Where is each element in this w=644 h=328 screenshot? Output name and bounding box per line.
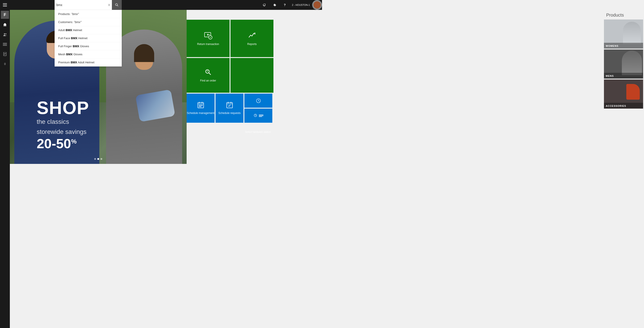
dropdown-products-category[interactable]: Products: "bmx" bbox=[54, 10, 122, 18]
find-order-tile[interactable]: Find an order bbox=[186, 58, 230, 93]
select-hardware-station-tile-top[interactable] bbox=[244, 94, 272, 108]
svg-line-14 bbox=[209, 73, 211, 75]
clock-list-icon bbox=[254, 114, 258, 118]
topbar-right: ? 2 - HOUSTON-1 bbox=[259, 0, 322, 10]
user-avatar[interactable] bbox=[312, 0, 322, 10]
sidebar-item-menu[interactable] bbox=[0, 39, 10, 49]
calendar-check-icon bbox=[226, 101, 233, 109]
schedule-management-icon bbox=[197, 101, 204, 110]
topbar: ✕ ? 2 - HOUSTON-1 bbox=[0, 0, 322, 10]
schedule-management-tile[interactable]: Schedule management bbox=[186, 94, 214, 123]
menu-icon bbox=[3, 43, 7, 46]
select-hardware-station-tile-bottom[interactable] bbox=[244, 109, 272, 123]
tiles-row-1b: Find an order bbox=[186, 58, 274, 93]
hero-carousel-dots bbox=[94, 158, 102, 160]
return-transaction-icon bbox=[204, 31, 212, 41]
dropdown-products-value: "bmx" bbox=[72, 12, 79, 16]
sidebar-item-home[interactable] bbox=[0, 20, 10, 30]
svg-rect-5 bbox=[3, 44, 7, 45]
search-icon bbox=[115, 3, 118, 7]
tiles-row-1: Return transaction Reports bbox=[186, 20, 274, 57]
sidebar-item-cart[interactable]: 0 bbox=[0, 59, 10, 69]
dropdown-item-1[interactable]: Adult BMX Helmet bbox=[54, 26, 122, 34]
svg-rect-24 bbox=[200, 106, 201, 107]
hardware-station-container bbox=[244, 94, 272, 123]
svg-point-2 bbox=[4, 33, 5, 35]
svg-rect-20 bbox=[199, 105, 200, 106]
sidebar-item-orders[interactable] bbox=[0, 49, 10, 59]
help-icon: ? bbox=[284, 3, 286, 7]
search-dropdown: Products: "bmx" Customers: "bmx" Adult B… bbox=[54, 10, 122, 67]
home-icon bbox=[3, 23, 7, 27]
dropdown-item-3[interactable]: Full Finger BMX Gloves bbox=[54, 42, 122, 50]
menu-button[interactable] bbox=[0, 0, 10, 10]
schedule-requests-icon bbox=[226, 101, 233, 110]
search-container: ✕ bbox=[54, 0, 122, 10]
settings-button[interactable] bbox=[270, 0, 280, 10]
chart-icon bbox=[248, 31, 256, 40]
svg-point-15 bbox=[207, 70, 208, 72]
help-button[interactable]: ? bbox=[280, 0, 290, 10]
refresh-icon bbox=[262, 3, 266, 7]
reports-tile[interactable]: Reports bbox=[230, 20, 274, 57]
svg-point-0 bbox=[116, 4, 118, 6]
hero-tagline2: storewide savings bbox=[37, 127, 89, 137]
find-order-icon bbox=[204, 68, 212, 78]
carousel-dot-1[interactable] bbox=[94, 158, 96, 160]
schedule-management-label: Schedule management bbox=[187, 112, 214, 115]
dropdown-customers-label: Customers: bbox=[58, 20, 74, 24]
hero-tagline1: the classics bbox=[37, 117, 89, 127]
hamburger-icon bbox=[3, 3, 7, 7]
dropdown-item-2[interactable]: Full Face BMX Helmet bbox=[54, 34, 122, 42]
hero-discount: 20-50% bbox=[37, 137, 89, 150]
store-label: 2 - HOUSTON-1 bbox=[290, 4, 312, 6]
dropdown-customers-value: "bmx" bbox=[74, 20, 82, 24]
svg-rect-25 bbox=[227, 103, 232, 108]
svg-line-31 bbox=[258, 101, 259, 101]
return-transaction-label: Return transaction bbox=[197, 43, 219, 46]
dropdown-item-4[interactable]: Mesh BMX Gloves bbox=[54, 50, 122, 59]
cart-count: 0 bbox=[4, 63, 6, 66]
customers-icon bbox=[3, 33, 7, 37]
svg-line-34 bbox=[255, 115, 256, 116]
carousel-dot-3[interactable] bbox=[100, 158, 102, 160]
svg-rect-21 bbox=[200, 105, 201, 106]
find-order-label: Find an order bbox=[200, 79, 216, 83]
gear-icon bbox=[273, 3, 276, 7]
svg-rect-23 bbox=[199, 106, 200, 107]
tiles-row-2: Schedule management Schedule requests bbox=[186, 94, 274, 123]
search-submit-button[interactable] bbox=[112, 0, 122, 10]
svg-line-1 bbox=[117, 5, 118, 6]
carousel-dot-2[interactable] bbox=[97, 158, 99, 160]
search-input[interactable] bbox=[54, 0, 106, 10]
clock-icon bbox=[256, 98, 261, 103]
dropdown-item-5[interactable]: Premium BMX Adult Helmet bbox=[54, 59, 122, 67]
reports-label: Reports bbox=[247, 43, 257, 46]
refresh-button[interactable] bbox=[259, 0, 269, 10]
empty-green-tile[interactable] bbox=[230, 58, 274, 93]
svg-rect-6 bbox=[3, 45, 7, 46]
sidebar: F 0 bbox=[0, 10, 10, 164]
calendar-icon bbox=[197, 101, 204, 109]
svg-rect-4 bbox=[3, 43, 7, 44]
cart-return-icon bbox=[204, 31, 212, 40]
dropdown-products-label: Products: bbox=[58, 12, 72, 16]
orders-icon bbox=[3, 52, 7, 56]
sidebar-item-customers[interactable] bbox=[0, 30, 10, 39]
svg-rect-22 bbox=[202, 105, 202, 106]
right-panel: Products WOMENS MENS ACCESSORIES bbox=[186, 10, 322, 164]
action-tiles-grid: Return transaction Reports bbox=[186, 20, 274, 123]
order-search-icon bbox=[204, 68, 212, 76]
return-transaction-tile[interactable]: Return transaction bbox=[186, 20, 230, 57]
hero-text-block: SHOP the classics storewide savings 20-5… bbox=[37, 99, 89, 150]
sidebar-logo[interactable]: F bbox=[1, 11, 9, 19]
dropdown-customers-category[interactable]: Customers: "bmx" bbox=[54, 18, 122, 26]
reports-icon bbox=[248, 31, 256, 41]
select-hardware-station-label: Select hardware station bbox=[244, 130, 272, 134]
avatar-image bbox=[314, 1, 321, 9]
search-clear-button[interactable]: ✕ bbox=[106, 3, 112, 7]
schedule-requests-label: Schedule requests bbox=[218, 112, 240, 115]
schedule-requests-tile[interactable]: Schedule requests bbox=[216, 94, 244, 123]
svg-point-3 bbox=[5, 33, 6, 35]
hero-shop-text: SHOP bbox=[37, 99, 89, 117]
